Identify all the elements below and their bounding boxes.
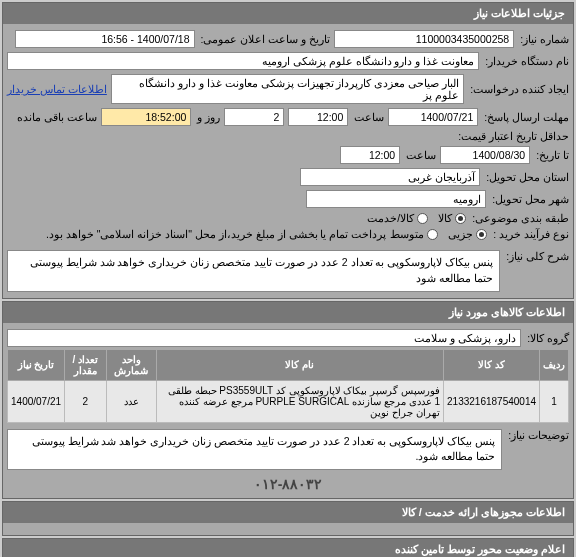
row-group: گروه کالا: دارو، پزشکی و سلامت [7,327,569,349]
label-province: استان محل تحویل: [484,171,569,183]
cell-idx: 1 [540,380,569,422]
field-time-left: 18:52:00 [101,108,191,126]
row-province: استان محل تحویل: آذربایجان غربی [7,166,569,188]
radio-kala-khedmat[interactable]: کالا/خدمت [367,212,428,224]
cell-qty: 2 [65,380,107,422]
label-city: شهر محل تحویل: [490,193,569,205]
col-idx: ردیف [540,349,569,380]
field-need-notes: پنس بیکاک لاپاروسکوپی به تعداد 2 عدد در … [7,429,502,471]
field-province: آذربایجان غربی [300,168,480,186]
cell-date: 1400/07/21 [8,380,65,422]
process-note: پرداخت تمام یا بخشی از مبلغ خرید،از محل … [7,228,386,240]
row-need-no: شماره نیاز: 1100003435000258 تاریخ و ساع… [7,28,569,50]
label-upto: تا تاریخ: [534,149,569,161]
radio-circle-icon [417,213,428,224]
panel-body: شماره نیاز: 1100003435000258 تاریخ و ساع… [3,24,573,298]
row-process: نوع فرآیند خرید : جزیی متوسط پرداخت تمام… [7,226,569,242]
col-unit: واحد شمارش [106,349,156,380]
row-send-deadline: مهلت ارسال پاسخ: 1400/07/21 ساعت 12:00 2… [7,106,569,128]
label-need-notes: توضیحات نیاز: [506,429,569,441]
radio-label-kala: کالا [438,212,452,224]
row-buyer: نام دستگاه خریدار: معاونت غذا و دارو دان… [7,50,569,72]
radio-label-motavaset: متوسط [390,228,424,240]
status-panel: اعلام وضعیت محور توسط تامین کننده مرحله … [2,538,574,557]
field-upto-time: 12:00 [340,146,400,164]
goods-table: ردیف کد کالا نام کالا واحد شمارش تعداد /… [7,349,569,423]
goods-panel: اطلاعات کالاهای مورد نیاز گروه کالا: دار… [2,301,574,500]
label-announce: تاریخ و ساعت اعلان عمومی: [199,33,331,45]
label-day-and: روز و [195,111,220,123]
label-need-title: شرح کلی نیاز: [504,250,569,262]
label-time2: ساعت [404,149,436,161]
license-panel: اطلاعات مجوزهای ارائه خدمت / کالا [2,501,574,536]
row-category: طبقه بندی موضوعی: کالا کالا/خدمت [7,210,569,226]
field-need-title: پنس بیکاک لاپاروسکوپی به تعداد 2 عدد در … [7,250,500,292]
label-send-deadline: مهلت ارسال پاسخ: [482,111,569,123]
row-upto: تا تاریخ: 1400/08/30 ساعت 12:00 [7,144,569,166]
label-need-no: شماره نیاز: [518,33,569,45]
radio-kala[interactable]: کالا [438,212,466,224]
category-radios: کالا کالا/خدمت [367,212,466,224]
field-buyer: معاونت غذا و دارو دانشگاه علوم پزشکی ارو… [7,52,479,70]
field-requester: البار صیاحی معزدی کارپرداز تجهیزات پزشکی… [111,74,464,104]
radio-circle-icon [455,213,466,224]
row-need-title: شرح کلی نیاز: پنس بیکاک لاپاروسکوپی به ت… [7,248,569,294]
field-deadline-time: 12:00 [288,108,348,126]
label-time1: ساعت [352,111,384,123]
label-process: نوع فرآیند خرید : [491,228,569,240]
col-name: نام کالا [156,349,443,380]
goods-panel-title: اطلاعات کالاهای مورد نیاز [3,302,573,323]
radio-motavaset[interactable]: متوسط [390,228,438,240]
field-need-no: 1100003435000258 [334,30,514,48]
goods-panel-body: گروه کالا: دارو، پزشکی و سلامت ردیف کد ک… [3,323,573,499]
need-info-panel: جزئیات اطلاعات نیاز شماره نیاز: 11000034… [2,2,574,299]
row-credit: حداقل تاریخ اعتبار قیمت: [7,128,569,144]
license-panel-body [3,523,573,535]
col-code: کد کالا [444,349,540,380]
table-row: 1 2133216187540014 فورسپس گرسپر بیکاک لا… [8,380,569,422]
contact-link[interactable]: اطلاعات تماس خریدار [7,83,107,95]
cell-unit: عدد [106,380,156,422]
label-buyer: نام دستگاه خریدار: [483,55,569,67]
status-panel-title: اعلام وضعیت محور توسط تامین کننده [3,539,573,557]
col-date: تاریخ نیاز [8,349,65,380]
label-category: طبقه بندی موضوعی: [470,212,569,224]
field-deadline-date: 1400/07/21 [388,108,478,126]
radio-label-jozi: جزیی [448,228,473,240]
panel-title: جزئیات اطلاعات نیاز [3,3,573,24]
radio-circle-icon [427,229,438,240]
license-panel-title: اطلاعات مجوزهای ارائه خدمت / کالا [3,502,573,523]
cell-code: 2133216187540014 [444,380,540,422]
row-need-notes: توضیحات نیاز: پنس بیکاک لاپاروسکوپی به ت… [7,427,569,473]
row-phone: ۰۱۲-۸۸۰۳۲ [7,474,569,494]
row-city: شهر محل تحویل: ارومیه [7,188,569,210]
field-announce: 1400/07/18 - 16:56 [15,30,195,48]
radio-circle-icon [476,229,487,240]
row-requester: ایجاد کننده درخواست: البار صیاحی معزدی ک… [7,72,569,106]
phone-text: ۰۱۲-۸۸۰۳۲ [254,476,323,492]
col-qty: تعداد / مقدار [65,349,107,380]
label-group: گروه کالا: [525,332,569,344]
label-credit: حداقل تاریخ اعتبار قیمت: [456,130,569,142]
field-group: دارو، پزشکی و سلامت [7,329,521,347]
process-radios: جزیی متوسط [390,228,487,240]
cell-name: فورسپس گرسپر بیکاک لاپاروسکوپی کد PS3559… [156,380,443,422]
radio-label-kk: کالا/خدمت [367,212,414,224]
field-city: ارومیه [306,190,486,208]
radio-jozi[interactable]: جزیی [448,228,487,240]
table-header-row: ردیف کد کالا نام کالا واحد شمارش تعداد /… [8,349,569,380]
label-requester: ایجاد کننده درخواست: [468,83,569,95]
field-days-left: 2 [224,108,284,126]
field-upto-date: 1400/08/30 [440,146,530,164]
label-time-remaining: ساعت باقی مانده [15,111,97,123]
